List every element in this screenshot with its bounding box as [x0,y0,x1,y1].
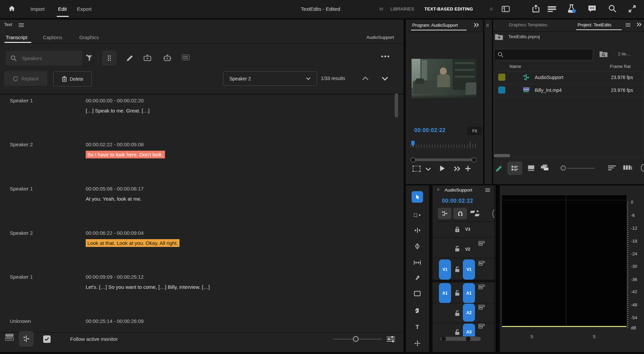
track-header-a1[interactable]: A1 A1 [432,282,495,303]
track-target-a1[interactable]: A1 [463,283,475,303]
transform-node-tool[interactable] [412,337,423,349]
home-icon[interactable] [8,5,16,12]
panel-menu-icon[interactable] [19,23,24,27]
search-bins-icon[interactable] [599,50,608,58]
collapsed-panel-sliver[interactable]: d [484,20,492,184]
transcript-segment[interactable]: Speaker 2 00:00:02:22 - 00:00:05:08 So I… [0,141,391,183]
menu-edit[interactable]: Edit [58,6,67,12]
clip-transcript-view-icon[interactable] [5,333,14,341]
track-options-icon[interactable] [478,261,485,266]
scrollbar-right-handle[interactable] [472,157,477,162]
lock-open-icon[interactable] [454,290,460,296]
timeline-timecode[interactable]: 00:00:02:22 [442,198,473,204]
follow-active-monitor-checkbox[interactable] [43,335,51,343]
transcript-search-box[interactable] [6,51,82,66]
linked-selection-icon[interactable] [470,209,480,218]
workspaces-panel-icon[interactable] [502,6,510,12]
tab-transcript[interactable]: Transcript [6,35,27,40]
search-icon[interactable] [608,4,617,13]
track-header-v3[interactable]: V3 [432,222,495,237]
program-monitor-tab[interactable]: Program: AudioSupport [412,23,458,28]
track-header-v1[interactable]: V1 V1 [432,258,495,280]
menu-export[interactable]: Export [77,6,91,12]
type-tool[interactable]: T [412,322,423,333]
project-search-box[interactable] [494,49,593,60]
clipped-tool-icon[interactable] [641,164,644,172]
workspaces-stack-icon[interactable] [548,6,556,12]
column-header-name[interactable]: Name [509,64,521,69]
project-file-breadcrumb[interactable]: TextEdits.prproj [508,34,540,39]
pen-tool[interactable] [412,272,423,283]
lock-closed-icon[interactable] [454,226,460,233]
track-target-a3[interactable]: A3 [463,324,475,336]
source-patch-v1[interactable]: V1 [439,259,451,280]
track-options-icon[interactable] [478,324,485,329]
display-settings-sliders-icon[interactable] [387,336,395,343]
panel-menu-icon[interactable] [485,188,490,192]
sequence-transcript-view-button-selected[interactable] [19,331,34,347]
item-name[interactable]: AudioSupport [535,75,563,80]
tab-graphics-templates[interactable]: Graphics Templates [509,22,548,27]
freeform-view-icon[interactable] [540,164,549,171]
speaker-filter-dropdown[interactable]: Speaker 2 [223,71,317,86]
ripple-edit-tool[interactable] [412,225,423,236]
program-zoom-scrollbar[interactable] [411,157,477,162]
add-button-plus-icon[interactable] [465,166,471,172]
workspace-partial-left[interactable]: W [379,6,384,11]
close-sequence-icon[interactable]: × [437,187,440,192]
razor-tool[interactable] [412,241,423,252]
source-patch-a1[interactable]: A1 [439,283,451,303]
scrollbar-right-knob[interactable] [466,336,471,341]
segment-speaker[interactable]: Speaker 1 [10,98,74,103]
selection-tool-button[interactable] [412,191,423,203]
play-button-icon[interactable] [440,165,445,172]
segment-speaker[interactable]: Speaker 1 [10,274,74,280]
thumbnail-zoom-slider-track[interactable] [567,168,595,169]
solo-button-right[interactable]: S [593,334,596,339]
edit-transcript-pencil-icon[interactable] [126,54,134,62]
new-item-pencil-icon[interactable] [495,164,503,172]
quick-export-icon[interactable] [532,4,540,13]
zoom-fit-button[interactable]: Fit [467,127,482,135]
segment-text-highlighted-active[interactable]: So I have to look here. Don't look. [86,151,165,158]
project-row-billy-int[interactable]: Billy_Int.mp4 23.976 fps [494,84,643,97]
track-options-icon[interactable] [478,241,485,246]
horizontal-scrollbar-thumb[interactable] [494,154,510,157]
filter-pauses-button[interactable] [102,51,117,66]
thumbnail-size-bars-icon[interactable] [623,165,632,171]
solo-button-left[interactable]: S [530,334,533,339]
segment-speaker[interactable]: Speaker 1 [10,186,74,192]
more-options-icon[interactable] [381,55,390,58]
segment-text[interactable]: Let's. […] So you want to come, […] Bill… [86,284,210,290]
lock-open-icon[interactable] [454,246,460,252]
track-label[interactable]: V2 [465,247,470,252]
timeline-tracks-area[interactable] [495,185,499,352]
segment-speaker[interactable]: Speaker 2 [10,142,74,147]
slip-tool[interactable] [412,257,423,268]
menu-import[interactable]: Import [30,6,45,12]
tab-captions[interactable]: Captions [43,35,62,40]
track-options-icon[interactable] [478,284,485,289]
transcript-segment[interactable]: Speaker 1 00:00:00:00 - 00:00:02:20 […] … [0,97,391,139]
lock-open-icon[interactable] [454,266,460,273]
workspace-text-based-editing[interactable]: TEXT-BASED EDITING [424,6,473,11]
list-view-button-selected[interactable] [507,161,522,175]
assign-speaker-badge-icon[interactable] [143,54,152,62]
program-mini-ruler[interactable] [411,141,477,148]
icon-view-icon[interactable] [528,165,535,171]
segment-speaker[interactable]: Unknown [10,318,74,324]
track-label[interactable]: V3 [465,227,470,232]
video-audio-divider[interactable] [432,280,495,282]
panel-menu-icon[interactable] [625,23,631,27]
transcript-segment[interactable]: Speaker 1 00:00:05:08 - 00:00:06:17 At y… [0,185,391,227]
tab-graphics[interactable]: Graphics [79,35,99,40]
segment-text-highlighted[interactable]: Look at that. Look at you. Okay. All rig… [86,239,179,247]
rectangle-tool[interactable] [412,288,423,299]
scrollbar-left-handle[interactable] [411,157,416,162]
label-color-chip[interactable] [498,86,505,94]
column-header-frame-rate[interactable]: Frame Rat [610,64,631,69]
lock-open-icon[interactable] [454,310,460,317]
panel-overflow-chevrons-icon[interactable] [473,23,479,27]
project-root-folder-icon[interactable] [495,33,503,40]
transcript-segment[interactable]: Speaker 2 00:00:06:22 - 00:00:09:04 Look… [0,229,391,272]
